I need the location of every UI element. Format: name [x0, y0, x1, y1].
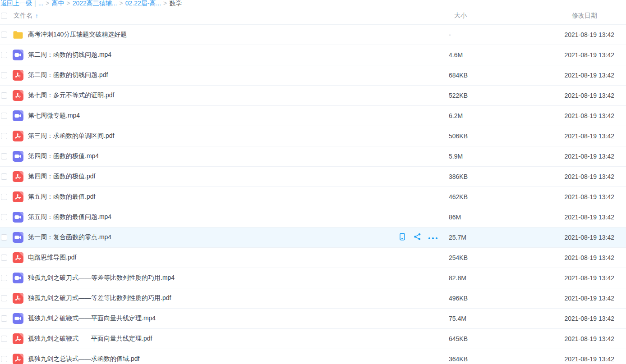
row-checkbox[interactable] — [1, 133, 7, 139]
file-table-header: 文件名 ↑ 大小 修改日期 — [0, 7, 626, 25]
file-row[interactable]: 孤独九剑之破鞭式——平面向量共线定理.mp475.4M2021-08-19 13… — [0, 309, 626, 329]
phone-icon — [399, 233, 406, 242]
file-name[interactable]: 第七周微专题.mp4 — [28, 112, 449, 120]
file-row[interactable]: 第四周：函数的极值.pdf386KB2021-08-19 13:42 — [0, 167, 626, 187]
pdf-icon — [13, 293, 23, 304]
more-actions-button[interactable] — [429, 234, 437, 241]
file-name[interactable]: 第四周：函数的极值.pdf — [28, 173, 449, 181]
row-checkbox[interactable] — [1, 315, 7, 322]
file-modified-date: 2021-08-19 13:42 — [524, 234, 614, 241]
row-checkbox[interactable] — [1, 234, 7, 241]
file-modified-date: 2021-08-19 13:42 — [524, 51, 614, 59]
file-row[interactable]: 高考冲刺140分压轴题突破精选好题-2021-08-19 13:42 — [0, 25, 626, 45]
column-header-name[interactable]: 文件名 ↑ — [14, 12, 449, 20]
share-icon — [414, 233, 421, 242]
file-row[interactable]: 第四周：函数的极值.mp45.9M2021-08-19 13:42 — [0, 146, 626, 167]
breadcrumb-back-link[interactable]: 返回上一级 — [0, 0, 32, 7]
file-name[interactable]: 独孤九剑之破刀式——等差等比数列性质的巧用.pdf — [28, 294, 449, 302]
ellipsis-icon — [428, 234, 438, 241]
breadcrumb-chevron-separator: > — [120, 0, 123, 7]
row-checkbox[interactable] — [1, 194, 7, 200]
file-size: 254KB — [449, 254, 524, 261]
file-row[interactable]: 孤独九剑之总诀式——求函数的值域.pdf364KB2021-08-19 13:4… — [0, 349, 626, 364]
column-header-date[interactable]: 修改日期 — [524, 12, 614, 20]
send-to-phone-button[interactable] — [398, 234, 406, 241]
file-size: 386KB — [449, 173, 524, 180]
video-icon — [13, 110, 23, 121]
row-checkbox[interactable] — [1, 52, 7, 58]
file-row[interactable]: 第七周微专题.mp46.2M2021-08-19 13:42 — [0, 106, 626, 126]
file-row[interactable]: 电路思维导图.pdf254KB2021-08-19 13:42 — [0, 248, 626, 268]
file-name[interactable]: 第二周：函数的切线问题.mp4 — [28, 51, 449, 59]
row-checkbox[interactable] — [1, 153, 7, 159]
file-size: 506KB — [449, 132, 524, 140]
file-modified-date: 2021-08-19 13:42 — [524, 173, 614, 180]
file-row[interactable]: 独孤九剑之破刀式——等差等比数列性质的巧用.pdf496KB2021-08-19… — [0, 288, 626, 309]
file-row[interactable]: 第二周：函数的切线问题.pdf684KB2021-08-19 13:42 — [0, 65, 626, 86]
row-checkbox[interactable] — [1, 255, 7, 261]
file-row[interactable]: 第五周：函数的最值.pdf462KB2021-08-19 13:42 — [0, 187, 626, 207]
breadcrumb-link[interactable]: 2022高三猿辅... — [73, 0, 117, 7]
file-name[interactable]: 孤独九剑之总诀式——求函数的值域.pdf — [28, 355, 449, 363]
file-row[interactable]: 第五周：函数的最值问题.mp486M2021-08-19 13:42 — [0, 207, 626, 228]
file-size: 25.7M — [449, 234, 524, 241]
file-row[interactable]: 第七周：多元不等式的证明.pdf522KB2021-08-19 13:42 — [0, 86, 626, 106]
share-button[interactable] — [414, 234, 421, 241]
file-size: 6.2M — [449, 112, 524, 119]
breadcrumb-link[interactable]: 高中 — [52, 0, 64, 7]
file-size: 496KB — [449, 295, 524, 302]
file-modified-date: 2021-08-19 13:42 — [524, 72, 614, 79]
row-hover-actions — [398, 234, 437, 241]
breadcrumb-chevron-separator: > — [46, 0, 49, 7]
sort-ascending-icon[interactable]: ↑ — [35, 12, 38, 19]
video-icon — [13, 232, 23, 243]
breadcrumb-link[interactable]: 02.22届-高... — [125, 0, 161, 7]
row-checkbox[interactable] — [1, 32, 7, 38]
breadcrumb-pipe-separator: | — [34, 0, 36, 7]
row-checkbox[interactable] — [1, 336, 7, 342]
file-name[interactable]: 第五周：函数的最值问题.mp4 — [28, 213, 449, 221]
file-size: 684KB — [449, 72, 524, 79]
video-icon — [13, 151, 23, 162]
row-checkbox[interactable] — [1, 72, 7, 78]
breadcrumb-link[interactable]: ... — [38, 0, 44, 7]
row-checkbox[interactable] — [1, 275, 7, 281]
file-name[interactable]: 第一周：复合函数的零点.mp4 — [28, 233, 398, 241]
file-modified-date: 2021-08-19 13:42 — [524, 214, 614, 221]
file-name[interactable]: 第二周：函数的切线问题.pdf — [28, 71, 449, 79]
breadcrumb: 返回上一级|...>高中>2022高三猿辅...>02.22届-高...>数学 — [0, 0, 626, 7]
video-icon — [13, 273, 23, 283]
row-checkbox[interactable] — [1, 214, 7, 220]
row-checkbox[interactable] — [1, 92, 7, 99]
file-name[interactable]: 高考冲刺140分压轴题突破精选好题 — [28, 31, 449, 39]
file-modified-date: 2021-08-19 13:42 — [524, 335, 614, 342]
file-row[interactable]: 孤独九剑之破鞭式——平面向量共线定理.pdf645KB2021-08-19 13… — [0, 329, 626, 349]
column-header-size[interactable]: 大小 — [449, 12, 524, 20]
file-row[interactable]: 第二周：函数的切线问题.mp44.6M2021-08-19 13:42 — [0, 45, 626, 65]
file-size: 75.4M — [449, 315, 524, 322]
file-name[interactable]: 孤独九剑之破鞭式——平面向量共线定理.pdf — [28, 335, 449, 343]
row-checkbox[interactable] — [1, 173, 7, 180]
file-name[interactable]: 第三周：求函数的单调区间.pdf — [28, 132, 449, 140]
file-modified-date: 2021-08-19 13:42 — [524, 295, 614, 302]
file-name[interactable]: 第五周：函数的最值.pdf — [28, 193, 449, 201]
file-row[interactable]: 第三周：求函数的单调区间.pdf506KB2021-08-19 13:42 — [0, 126, 626, 146]
file-size: 364KB — [449, 355, 524, 363]
file-size: 462KB — [449, 193, 524, 200]
file-name[interactable]: 第七周：多元不等式的证明.pdf — [28, 91, 449, 100]
file-row[interactable]: 第一周：复合函数的零点.mp425.7M2021-08-19 13:42 — [0, 228, 626, 248]
file-name[interactable]: 电路思维导图.pdf — [28, 254, 449, 262]
pdf-icon — [13, 252, 23, 263]
row-checkbox[interactable] — [1, 356, 7, 362]
select-all-checkbox[interactable] — [1, 13, 7, 19]
file-name[interactable]: 孤独九剑之破鞭式——平面向量共线定理.mp4 — [28, 314, 449, 323]
file-name[interactable]: 独孤九剑之破刀式——等差等比数列性质的巧用.mp4 — [28, 274, 449, 282]
row-checkbox[interactable] — [1, 295, 7, 301]
row-checkbox[interactable] — [1, 113, 7, 119]
file-row[interactable]: 独孤九剑之破刀式——等差等比数列性质的巧用.mp482.8M2021-08-19… — [0, 268, 626, 288]
file-size: 82.8M — [449, 274, 524, 282]
file-list: 高考冲刺140分压轴题突破精选好题-2021-08-19 13:42第二周：函数… — [0, 25, 626, 364]
file-name[interactable]: 第四周：函数的极值.mp4 — [28, 152, 449, 160]
pdf-icon — [13, 70, 23, 81]
file-modified-date: 2021-08-19 13:42 — [524, 274, 614, 282]
